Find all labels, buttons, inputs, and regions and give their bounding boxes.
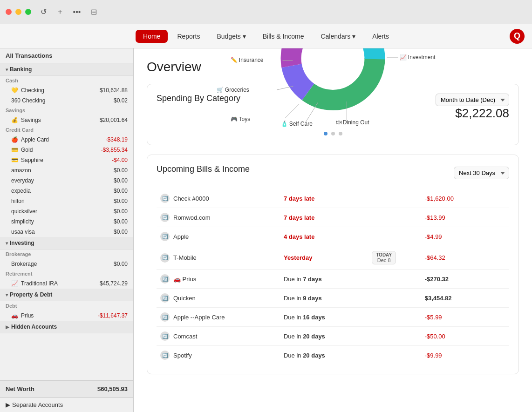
usaa-visa-item[interactable]: usaa visa $0.00 <box>0 227 133 237</box>
svg-text:🍽 Dining Out: 🍽 Dining Out <box>336 119 370 126</box>
expedia-item[interactable]: expedia $0.00 <box>0 186 133 196</box>
amazon-name: amazon <box>11 167 31 174</box>
bill-name-tmobile: 🔄 T-Mobile <box>160 253 276 263</box>
gold-value: -$3,855.34 <box>101 147 128 153</box>
credit-card-group-label: Credit Card <box>0 125 133 135</box>
property-debt-chevron: ▾ <box>6 292 8 297</box>
brokerage-item[interactable]: Brokerage $0.00 <box>0 259 133 269</box>
bill-name-check-0000: 🔄 Check #0000 <box>160 194 276 203</box>
simplicity-item[interactable]: simplicity $0.00 <box>0 216 133 227</box>
retirement-group-label: Retirement <box>0 269 133 278</box>
hilton-name: hilton <box>11 198 25 204</box>
quicksilver-value: $0.00 <box>114 208 128 215</box>
content-area: Overview Spending By Category Month to D… <box>134 48 532 412</box>
title-bar: ↺ ＋ ••• ⊟ <box>0 0 532 24</box>
chart-labels-svg: 📈 Investment Other 🖥 Equipment ✏️ Insura… <box>157 48 509 128</box>
dot-1[interactable] <box>324 132 327 135</box>
amazon-item[interactable]: amazon $0.00 <box>0 165 133 176</box>
bill-icon-apple: 🔄 <box>160 232 170 241</box>
prius-item[interactable]: 🚗 Prius -$11,647.37 <box>0 311 133 321</box>
banking-section-header[interactable]: ▾ Banking <box>0 63 133 76</box>
chevron-right-icon: ▶ <box>6 401 10 408</box>
traditional-ira-name: 📈 Traditional IRA <box>11 280 58 287</box>
pagination-dots <box>157 132 509 135</box>
more-button[interactable]: ••• <box>70 6 83 19</box>
separate-accounts-item[interactable]: ▶ Separate Accounts <box>0 397 133 412</box>
property-debt-section-header[interactable]: ▾ Property & Debt <box>0 289 133 301</box>
bill-name-quicken: 🔄 Quicken <box>160 293 276 303</box>
nav-home[interactable]: Home <box>136 30 168 43</box>
bill-name-applecare: 🔄 Apple --Apple Care <box>160 312 276 322</box>
sidebar-toggle-button[interactable]: ⊟ <box>87 6 100 19</box>
nav-bills-income[interactable]: Bills & Income <box>255 30 312 43</box>
amazon-value: $0.00 <box>114 167 128 174</box>
usaa-visa-value: $0.00 <box>114 229 128 235</box>
net-worth-value: $60,505.93 <box>97 385 128 392</box>
bill-status-tmobile: Yesterday <box>284 254 312 261</box>
banking-chevron: ▾ <box>6 67 8 72</box>
bills-card-title: Upcoming Bills & Income <box>157 164 250 174</box>
nav-calendars[interactable]: Calendars ▾ <box>313 30 363 43</box>
debt-group-label: Debt <box>0 301 133 311</box>
investing-section-header[interactable]: ▾ Investing <box>0 237 133 250</box>
title-bar-actions: ↺ ＋ ••• <box>37 6 83 19</box>
traditional-ira-value: $45,724.29 <box>100 280 128 287</box>
hilton-item[interactable]: hilton $0.00 <box>0 196 133 206</box>
nav-alerts[interactable]: Alerts <box>365 30 396 43</box>
cash-group-label: Cash <box>0 76 133 85</box>
brokerage-group-label: Brokerage <box>0 250 133 259</box>
sapphire-value: -$4.00 <box>112 157 128 163</box>
bill-amount-apple: -$4.99 <box>425 233 442 240</box>
gold-item[interactable]: 💳 Gold -$3,855.34 <box>0 145 133 155</box>
checking-name: 💛 Checking <box>11 87 44 94</box>
checking-item[interactable]: 💛 Checking $10,634.88 <box>0 85 133 95</box>
sapphire-item[interactable]: 💳 Sapphire -$4.00 <box>0 155 133 165</box>
sidebar-footer: Net Worth $60,505.93 <box>0 380 133 397</box>
simplicity-name: simplicity <box>11 218 34 225</box>
svg-text:✏️ Insurance: ✏️ Insurance <box>231 56 264 63</box>
everyday-item[interactable]: everyday $0.00 <box>0 176 133 186</box>
svg-text:🎮 Toys: 🎮 Toys <box>231 115 251 122</box>
dot-2[interactable] <box>331 132 335 135</box>
bill-status-quicken: Due in 9 days <box>284 295 322 302</box>
bill-row-spotify: 🔄 Spotify Due in 20 days -$9.99 <box>157 346 509 365</box>
apple-card-item[interactable]: 🍎 Apple Card -$348.19 <box>0 135 133 145</box>
close-button[interactable] <box>6 9 12 15</box>
quicksilver-item[interactable]: quicksilver $0.00 <box>0 206 133 216</box>
bills-period-select[interactable]: Next 30 Days <box>454 167 509 179</box>
bill-amount-spotify: -$9.99 <box>425 352 442 359</box>
today-date: Dec 8 <box>377 257 391 263</box>
sidebar: All Transactions ▾ Banking Cash 💛 Checki… <box>0 48 134 412</box>
brokerage-value: $0.00 <box>114 261 128 267</box>
bill-name-spotify: 🔄 Spotify <box>160 351 276 360</box>
everyday-name: everyday <box>11 177 34 184</box>
bills-card: Upcoming Bills & Income Next 30 Days 🔄 C… <box>147 155 519 374</box>
all-transactions-item[interactable]: All Transactions <box>0 48 133 63</box>
gold-name: 💳 Gold <box>11 147 33 153</box>
maximize-button[interactable] <box>25 9 31 15</box>
bill-amount-quicken: $3,454.82 <box>425 295 452 302</box>
hidden-accounts-chevron: ▶ <box>6 324 9 330</box>
360-checking-item[interactable]: 360 Checking $0.02 <box>0 95 133 106</box>
svg-text:📈 Investment: 📈 Investment <box>400 54 436 61</box>
bill-row-prius: 🔄 🚗 Prius Due in 7 days -$270.32 <box>157 270 509 289</box>
savings-item[interactable]: 💰 Savings $20,001.64 <box>0 115 133 125</box>
hidden-accounts-section-header[interactable]: ▶ Hidden Accounts <box>0 321 133 333</box>
minimize-button[interactable] <box>15 9 21 15</box>
spending-card: Spending By Category Month to Date (Dec)… <box>147 84 519 145</box>
bill-name-apple: 🔄 Apple <box>160 232 276 241</box>
bill-status-comcast: Due in 20 days <box>284 333 325 340</box>
nav-budgets[interactable]: Budgets ▾ <box>209 30 253 43</box>
svg-line-21 <box>286 104 300 118</box>
bill-icon-check-0000: 🔄 <box>160 194 170 203</box>
traditional-ira-item[interactable]: 📈 Traditional IRA $45,724.29 <box>0 278 133 289</box>
bill-name-prius: 🔄 🚗 Prius <box>160 274 276 284</box>
bill-name-comcast: 🔄 Comcast <box>160 331 276 341</box>
svg-text:🛒 Groceries: 🛒 Groceries <box>217 86 249 93</box>
dot-3[interactable] <box>339 132 342 135</box>
bill-status-applecare: Due in 16 days <box>284 314 325 321</box>
bill-amount-applecare: -$5.99 <box>425 314 442 321</box>
nav-reports[interactable]: Reports <box>170 30 207 43</box>
refresh-button[interactable]: ↺ <box>37 6 50 19</box>
new-tab-button[interactable]: ＋ <box>54 6 67 19</box>
